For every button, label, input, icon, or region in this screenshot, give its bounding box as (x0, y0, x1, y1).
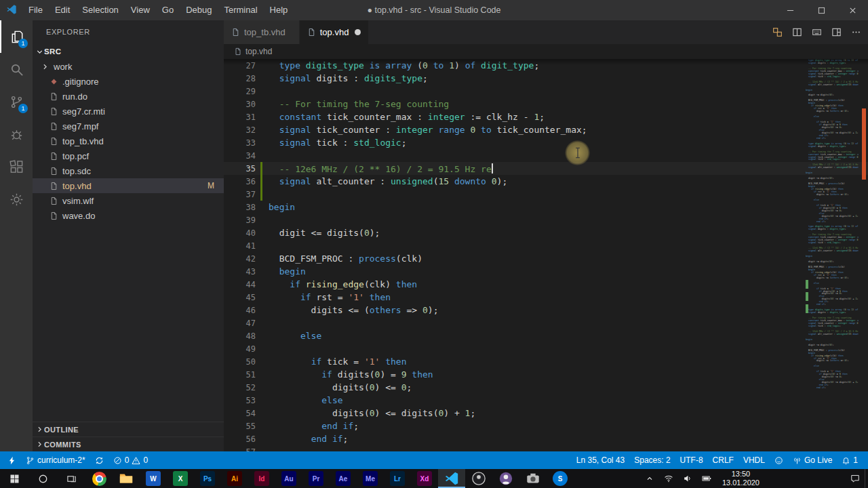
activity-source-control[interactable]: 1 (0, 85, 33, 118)
line-number[interactable]: 54 (224, 409, 256, 418)
taskbar-app-github[interactable] (492, 469, 519, 488)
more-actions-icon[interactable] (851, 27, 861, 37)
line-number[interactable]: 48 (224, 331, 256, 341)
taskbar-app-camera[interactable] (519, 469, 547, 488)
menu-selection[interactable]: Selection (76, 0, 124, 20)
show-desktop-button[interactable] (865, 469, 868, 488)
minimap[interactable]: type digits_type is array (0 to 1) of di… (806, 59, 859, 451)
code-line[interactable]: 54 digits(0) <= digits(0) + 1; (224, 407, 868, 420)
menu-terminal[interactable]: Terminal (218, 0, 263, 20)
taskbar-app-file-explorer[interactable] (113, 469, 140, 488)
task-view-button[interactable] (57, 469, 85, 488)
line-number[interactable]: 38 (224, 203, 256, 212)
code-line[interactable]: 42 BCD_FSM_PROC : process(clk) (224, 252, 868, 265)
menu-file[interactable]: File (22, 0, 49, 20)
explorer-item-vsim-wlf[interactable]: vsim.wlf (33, 193, 224, 208)
line-number[interactable]: 51 (224, 370, 256, 380)
menu-help[interactable]: Help (264, 0, 294, 20)
taskbar-clock[interactable]: 13:5013.01.2020 (716, 470, 766, 487)
line-number[interactable]: 32 (224, 125, 256, 135)
code-line[interactable]: 36 signal alt_counter : unsigned(15 down… (224, 175, 868, 188)
line-number[interactable]: 52 (224, 383, 256, 392)
line-number[interactable]: 49 (224, 344, 256, 354)
taskbar-app-media-encoder[interactable]: Me (357, 469, 384, 488)
activity-extensions[interactable] (0, 150, 33, 183)
line-number[interactable]: 27 (224, 61, 256, 70)
explorer-item-top-sdc[interactable]: top.sdc (33, 163, 224, 178)
keyboard-shortcuts-icon[interactable] (812, 27, 822, 37)
taskbar-app-word[interactable]: W (140, 469, 167, 488)
activity-run-debug[interactable] (0, 118, 33, 150)
editor-layout-icon[interactable] (831, 27, 842, 37)
tab-top-vhd[interactable]: top.vhd (300, 20, 370, 44)
breadcrumb[interactable]: top.vhd (224, 44, 868, 59)
window-minimize-button[interactable] (774, 0, 806, 20)
cursor-position-button[interactable]: Ln 35, Col 43 (572, 451, 629, 469)
code-line[interactable]: 50 if tick = '1' then (224, 355, 868, 368)
line-number[interactable]: 28 (224, 74, 256, 83)
eol-button[interactable]: CRLF (708, 451, 738, 469)
code-line[interactable]: 33 signal tick : std_logic; (224, 136, 868, 149)
taskbar-app-after-effects[interactable]: Ae (330, 469, 357, 488)
line-number[interactable]: 42 (224, 254, 256, 264)
line-number[interactable]: 39 (224, 216, 256, 225)
feedback-button[interactable] (770, 451, 788, 469)
code-line[interactable]: 28 signal digits : digits_type; (224, 72, 868, 85)
taskbar-app-xd[interactable]: Xd (411, 469, 438, 488)
code-editor[interactable]: 27 type digits_type is array (0 to 1) of… (224, 59, 868, 451)
activity-search[interactable] (0, 53, 33, 85)
line-number[interactable]: 31 (224, 113, 256, 122)
line-number[interactable]: 43 (224, 267, 256, 277)
line-number[interactable]: 44 (224, 280, 256, 289)
window-maximize-button[interactable] (806, 0, 837, 20)
problems-button[interactable]: 00 (108, 451, 153, 469)
split-editor-icon[interactable] (792, 27, 802, 37)
explorer-item-gitignore[interactable]: .gitignore (33, 74, 224, 89)
explorer-item-wave-do[interactable]: wave.do (33, 208, 224, 223)
taskbar-app-audition[interactable]: Au (275, 469, 302, 488)
battery-tray-icon[interactable] (697, 469, 716, 488)
line-number[interactable]: 46 (224, 306, 256, 315)
action-center-button[interactable] (846, 469, 865, 488)
taskbar-app-photoshop[interactable]: Ps (194, 469, 221, 488)
taskbar-app-obs[interactable] (465, 469, 492, 488)
git-branch-button[interactable]: curriculum-2* (21, 451, 90, 469)
code-line[interactable]: 47 (224, 317, 868, 329)
explorer-item-top-tb-vhd[interactable]: top_tb.vhd (33, 134, 224, 148)
menu-go[interactable]: Go (156, 0, 180, 20)
live-share-button[interactable] (3, 451, 21, 469)
start-button[interactable] (0, 469, 28, 488)
activity-explorer[interactable]: 1 (0, 20, 33, 53)
code-line[interactable]: 53 else (224, 394, 868, 407)
line-number[interactable]: 37 (224, 190, 256, 199)
line-number[interactable]: 41 (224, 241, 256, 251)
code-line[interactable]: 48 else (224, 329, 868, 342)
menu-view[interactable]: View (125, 0, 156, 20)
code-line[interactable]: 35 -- 12e6 MHz / (2 ** 16) / 2 = 91.5 Hz… (224, 162, 868, 175)
explorer-item-run-do[interactable]: run.do (33, 89, 224, 104)
line-number[interactable]: 34 (224, 151, 256, 161)
explorer-item-work[interactable]: work (33, 59, 224, 74)
overview-ruler[interactable] (859, 59, 868, 451)
taskbar-app-lightroom[interactable]: Lr (384, 469, 411, 488)
panel-commits[interactable]: COMMITS (33, 436, 224, 451)
notifications-button[interactable]: 1 (837, 451, 863, 469)
sync-changes-button[interactable] (90, 451, 108, 469)
line-number[interactable]: 53 (224, 396, 256, 405)
go-live-button[interactable]: Go Live (788, 451, 837, 469)
code-line[interactable]: 40 digit <= digits(0); (224, 226, 868, 239)
line-number[interactable]: 50 (224, 357, 256, 367)
network-tray-icon[interactable] (659, 469, 678, 488)
code-line[interactable]: 49 (224, 342, 868, 355)
code-line[interactable]: 55 end if; (224, 420, 868, 432)
taskbar-app-illustrator[interactable]: Ai (221, 469, 248, 488)
code-line[interactable]: 29 (224, 85, 868, 98)
code-line[interactable]: 39 (224, 214, 868, 226)
taskbar-app-chrome[interactable] (85, 469, 113, 488)
line-number[interactable]: 45 (224, 293, 256, 302)
line-number[interactable]: 35 (224, 164, 256, 174)
menu-edit[interactable]: Edit (49, 0, 76, 20)
taskbar-app-skype[interactable]: S (547, 469, 574, 488)
explorer-item-top-pcf[interactable]: top.pcf (33, 148, 224, 163)
tab-top-tb-vhd[interactable]: top_tb.vhd (224, 20, 300, 44)
